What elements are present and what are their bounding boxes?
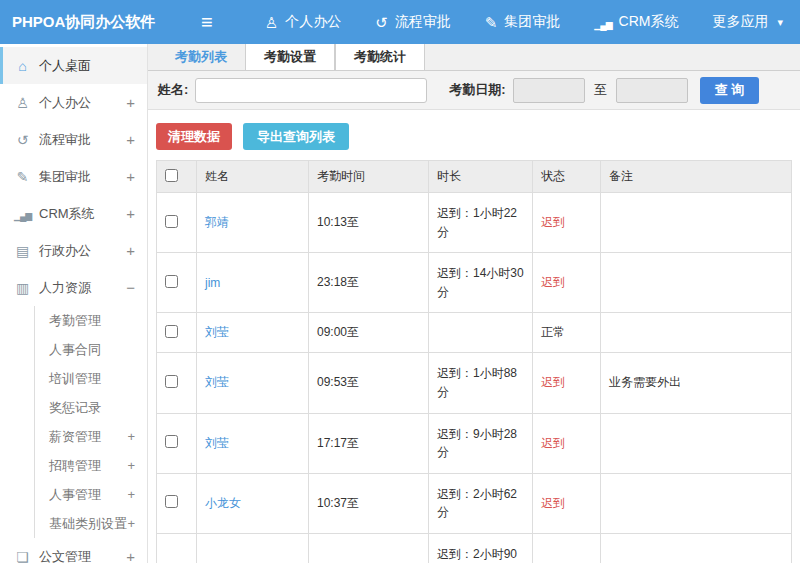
- search-bar: 姓名: 考勤日期: 至 查 询: [148, 71, 800, 110]
- search-button[interactable]: 查 询: [700, 77, 760, 104]
- row-duration-cell: 迟到：1小时22分: [429, 193, 533, 253]
- sidebar-item[interactable]: 薪资管理 +: [34, 422, 147, 451]
- employee-name-link[interactable]: 郭靖: [205, 215, 229, 229]
- sidebar-expand-toggle[interactable]: +: [126, 131, 135, 148]
- row-name-cell: 管理员: [197, 533, 309, 563]
- more-apps-menu[interactable]: 更多应用: [695, 13, 800, 31]
- sidebar-item[interactable]: 个人桌面: [0, 47, 147, 84]
- table-row: 小龙女 10:37至 迟到：2小时62分 迟到: [157, 473, 792, 533]
- tab[interactable]: 考勤列表: [157, 44, 245, 70]
- select-all-cell: [157, 161, 197, 193]
- sidebar-item[interactable]: 行政办公 +: [0, 232, 147, 269]
- row-name-cell: 刘莹: [197, 353, 309, 413]
- select-all-checkbox[interactable]: [165, 169, 178, 182]
- sidebar-item[interactable]: 公文管理 +: [0, 538, 147, 563]
- top-nav-item[interactable]: 集团审批: [468, 13, 578, 31]
- row-duration-cell: 迟到：2小时90分 早退：7小时10分: [429, 533, 533, 563]
- row-name-cell: jim: [197, 253, 309, 313]
- sidebar-item[interactable]: CRM系统 +: [0, 195, 147, 232]
- date-label: 考勤日期:: [449, 81, 505, 99]
- sidebar-item-label: 个人办公: [39, 94, 91, 112]
- sidebar-item[interactable]: 流程审批 +: [0, 121, 147, 158]
- sidebar-item[interactable]: 基础类别设置 +: [34, 509, 147, 538]
- sidebar-item-label: CRM系统: [39, 205, 95, 223]
- sidebar-item[interactable]: 奖惩记录: [34, 393, 147, 422]
- top-nav: 个人办公 流程审批 集团审批 CRM系统: [248, 13, 696, 31]
- employee-name-link[interactable]: jim: [205, 276, 220, 290]
- row-time-cell: 10:37至: [309, 473, 429, 533]
- employee-name-link[interactable]: 刘莹: [205, 375, 229, 389]
- sidebar-item-label: 人事管理: [49, 486, 101, 504]
- tab[interactable]: 考勤设置: [245, 44, 335, 70]
- row-checkbox[interactable]: [165, 375, 178, 388]
- name-input[interactable]: [195, 78, 427, 103]
- row-status-cell: 迟到/早退: [533, 533, 601, 563]
- row-status-cell: 迟到: [533, 473, 601, 533]
- main-content: 考勤列表 考勤设置 考勤统计 姓名: 考勤日期: 至 查 询 清理数据 导出查询…: [148, 44, 800, 563]
- row-name-cell: 刘莹: [197, 313, 309, 353]
- sidebar-item-icon: [14, 59, 31, 73]
- row-duration-cell: 迟到：14小时30分: [429, 253, 533, 313]
- sidebar-item-icon: [14, 133, 31, 147]
- row-time-cell: 17:17至: [309, 413, 429, 473]
- sidebar-item-label: 奖惩记录: [49, 399, 101, 417]
- sidebar-expand-toggle[interactable]: +: [127, 516, 135, 531]
- sidebar-expand-toggle[interactable]: +: [126, 205, 135, 222]
- sidebar-item-label: 薪资管理: [49, 428, 101, 446]
- attendance-table-wrap: 姓名 考勤时间 时长 状态 备注: [156, 160, 792, 563]
- top-nav-item[interactable]: CRM系统: [577, 13, 695, 31]
- header-remark: 备注: [601, 161, 792, 193]
- sidebar-item-label: 培训管理: [49, 370, 101, 388]
- row-status-cell: 迟到: [533, 253, 601, 313]
- sidebar-expand-toggle[interactable]: +: [126, 548, 135, 563]
- row-check-cell: [157, 413, 197, 473]
- employee-name-link[interactable]: 小龙女: [205, 496, 241, 510]
- top-nav-item[interactable]: 流程审批: [358, 13, 468, 31]
- row-status-cell: 迟到: [533, 193, 601, 253]
- row-checkbox[interactable]: [165, 325, 178, 338]
- employee-name-link[interactable]: 刘莹: [205, 325, 229, 339]
- sidebar-item[interactable]: 人事管理 +: [34, 480, 147, 509]
- row-checkbox[interactable]: [165, 215, 178, 228]
- employee-name-link[interactable]: 刘莹: [205, 436, 229, 450]
- sidebar-item[interactable]: 培训管理: [34, 364, 147, 393]
- app-logo: PHPOA协同办公软件: [0, 13, 148, 32]
- row-checkbox[interactable]: [165, 275, 178, 288]
- row-status-cell: 迟到: [533, 413, 601, 473]
- row-checkbox[interactable]: [165, 495, 178, 508]
- sidebar-item-icon: [14, 281, 31, 295]
- sidebar-expand-toggle[interactable]: +: [127, 487, 135, 502]
- menu-toggle-icon[interactable]: [200, 12, 214, 32]
- attendance-table: 姓名 考勤时间 时长 状态 备注: [156, 160, 792, 563]
- sidebar-expand-toggle[interactable]: +: [126, 94, 135, 111]
- sidebar-item[interactable]: 考勤管理: [34, 306, 147, 335]
- top-nav-item[interactable]: 个人办公: [248, 13, 358, 31]
- sidebar-expand-toggle[interactable]: +: [127, 429, 135, 444]
- sidebar-item-label: 考勤管理: [49, 312, 101, 330]
- clean-data-button[interactable]: 清理数据: [156, 123, 232, 150]
- top-nav-item-label: 集团审批: [504, 13, 560, 31]
- sidebar-item[interactable]: 人力资源 −: [0, 269, 147, 306]
- sidebar-item[interactable]: 集团审批 +: [0, 158, 147, 195]
- sidebar-expand-toggle[interactable]: +: [126, 242, 135, 259]
- sidebar-item[interactable]: 个人办公 +: [0, 84, 147, 121]
- tab[interactable]: 考勤统计: [335, 44, 425, 70]
- sidebar-item-label: 个人桌面: [39, 57, 91, 75]
- top-nav-item-label: 个人办公: [285, 13, 341, 31]
- sidebar-item[interactable]: 招聘管理 +: [34, 451, 147, 480]
- date-from-input[interactable]: [513, 78, 585, 103]
- sidebar-expand-toggle[interactable]: −: [126, 279, 135, 296]
- sidebar-item-icon: [14, 170, 31, 184]
- export-list-button[interactable]: 导出查询列表: [243, 123, 349, 150]
- sidebar-item[interactable]: 人事合同: [34, 335, 147, 364]
- sidebar-item-label: 行政办公: [39, 242, 91, 260]
- table-row: 郭靖 10:13至 迟到：1小时22分 迟到: [157, 193, 792, 253]
- sidebar-expand-toggle[interactable]: +: [127, 458, 135, 473]
- sidebar-expand-toggle[interactable]: +: [126, 168, 135, 185]
- row-check-cell: [157, 193, 197, 253]
- date-to-input[interactable]: [616, 78, 688, 103]
- row-checkbox[interactable]: [165, 435, 178, 448]
- sidebar-item-label: 公文管理: [39, 548, 91, 563]
- page-layout: 个人桌面 个人办公 + 流程审批 + 集团审批 +: [0, 44, 800, 563]
- sidebar-item-icon: [14, 244, 31, 258]
